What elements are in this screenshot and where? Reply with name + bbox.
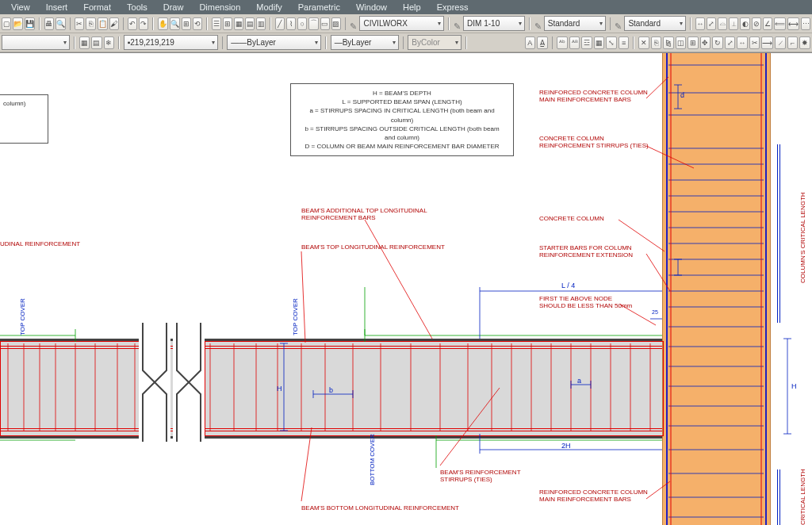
menu-insert[interactable]: Insert (38, 2, 76, 12)
rotate-icon[interactable]: ↻ (712, 36, 723, 49)
menu-tools[interactable]: Tools (119, 2, 155, 12)
spell-icon[interactable]: ᴬᴮ (569, 36, 580, 49)
menu-view[interactable]: View (3, 2, 38, 12)
move-icon[interactable]: ✥ (700, 36, 711, 49)
dim-a: a (577, 377, 581, 385)
label-beam-bot: BEAM'S BOTTOM LONGITUDINAL REINFORCEMENT (301, 505, 459, 512)
copy-icon[interactable]: ⎘ (86, 17, 95, 30)
menu-dimension[interactable]: Dimension (191, 2, 248, 12)
lineweight-combo[interactable]: — ByLayer (331, 35, 399, 50)
pencil-icon-3 (534, 18, 542, 29)
hatch-icon[interactable]: ▨ (331, 17, 341, 30)
plot-icon[interactable]: 🖶 (44, 17, 54, 30)
sheet-icon[interactable]: ▤ (245, 17, 255, 30)
dim-ord-icon[interactable]: ⟂ (729, 17, 738, 30)
scale2-icon[interactable]: ⤢ (725, 36, 736, 49)
paste-icon[interactable]: 📋 (98, 17, 108, 30)
partial-legend: column) (0, 94, 48, 144)
zoomwin-icon[interactable]: ⊞ (182, 17, 191, 30)
dim-rad-icon[interactable]: ◐ (740, 17, 749, 30)
menu-window[interactable]: Window (348, 2, 395, 12)
menu-parametric[interactable]: Parametric (290, 2, 348, 12)
textstyle-combo[interactable]: Standard (544, 16, 606, 31)
mtext-icon[interactable]: A (525, 36, 536, 49)
drawing-canvas[interactable]: column) H = BEAM'S DEPTH L = SUPPORTED B… (0, 53, 812, 525)
pan-icon[interactable]: ✋ (158, 17, 168, 30)
field-icon[interactable]: ☲ (581, 36, 592, 49)
pline-icon[interactable]: ⌇ (286, 17, 296, 30)
cut-icon[interactable]: ✂ (75, 17, 84, 30)
toolbar-row-1: ▢ 📂 💾 🖶 🔍 ✂ ⎘ 📋 🖌 ↶ ↷ ✋ 🔍 ⊞ ⟲ ☰ ⊞ ▦ ▤ ▥ … (0, 14, 812, 33)
new-icon[interactable]: ▢ (2, 17, 11, 30)
rect-icon[interactable]: ▭ (320, 17, 330, 30)
plotstyle-combo[interactable]: ByColor (408, 35, 462, 50)
mirror-icon[interactable]: ⧎ (663, 36, 674, 49)
line-icon[interactable]: ╱ (275, 17, 285, 30)
circle-icon[interactable]: ○ (297, 17, 307, 30)
label-concrete-col: CONCRETE COLUMN (539, 216, 604, 223)
some-combo[interactable] (2, 35, 70, 50)
erase-icon[interactable]: ✕ (638, 36, 649, 49)
toolpal-icon[interactable]: ▦ (234, 17, 243, 30)
dim-col-critical-top (777, 144, 780, 323)
trim-icon[interactable]: ✂ (749, 36, 760, 49)
explode-icon[interactable]: ✸ (799, 36, 810, 49)
menu-express[interactable]: Express (429, 2, 477, 12)
match-icon[interactable]: 🖌 (109, 17, 119, 30)
dtext-icon[interactable]: A̲ (537, 36, 548, 49)
layeriso-icon[interactable]: ▦ (79, 36, 90, 49)
tbl-icon[interactable]: ▦ (594, 36, 605, 49)
dim-ang-icon[interactable]: ∠ (763, 17, 772, 30)
menu-modify[interactable]: Modify (248, 2, 289, 12)
menu-draw[interactable]: Draw (155, 2, 192, 12)
open-icon[interactable]: 📂 (13, 17, 23, 30)
dim-base-icon[interactable]: ⟷ (787, 17, 799, 30)
calc-icon[interactable]: ▥ (256, 17, 266, 30)
label-rc-col-bot: REINFORCED CONCRETE COLUMNMAIN REINFORCE… (539, 489, 648, 504)
copy2-icon[interactable]: ⎘ (651, 36, 662, 49)
zoomprev-icon[interactable]: ⟲ (193, 17, 202, 30)
legend-box: H = BEAM'S DEPTH L = SUPPORTED BEAM SPAN… (290, 83, 514, 156)
arc-icon[interactable]: ⌒ (308, 17, 318, 30)
menu-format[interactable]: Format (75, 2, 119, 12)
dimstyle-combo[interactable]: DIM 1-10 (463, 16, 525, 31)
dim-25: 25 (652, 309, 658, 315)
tablestyle-combo[interactable]: Standard (624, 16, 686, 31)
label-beam-stirrup: BEAM'S REINFORCEMENTSTIRRUPS (TIES) (440, 469, 521, 484)
label-beam-top: BEAM'S TOP LONGITUDINAL REINFORCEMENT (301, 244, 445, 251)
dim-cont-icon[interactable]: ⋯ (801, 17, 810, 30)
label-first-tie: FIRST TIE ABOVE NODESHOULD BE LESS THAN … (539, 296, 632, 310)
break-mark-2 (173, 323, 205, 442)
offset-icon[interactable]: ◫ (676, 36, 687, 49)
color-combo[interactable]: ▪ 219,219,219 (124, 35, 218, 50)
layer-combo[interactable]: CIVILWORX (359, 16, 444, 31)
dim-H: H (277, 385, 282, 393)
just-icon[interactable]: ≡ (619, 36, 630, 49)
save-icon[interactable]: 💾 (25, 17, 35, 30)
find-icon[interactable]: ᴬᵇ (557, 36, 568, 49)
dim-dia-icon[interactable]: ⊘ (752, 17, 761, 30)
dim-arc-icon[interactable]: ⌓ (718, 17, 727, 30)
redo-icon[interactable]: ↷ (139, 17, 148, 30)
stretch-icon[interactable]: ↔ (737, 36, 748, 49)
extend-icon[interactable]: ⟶ (761, 36, 773, 49)
break-icon[interactable]: ⟋ (775, 36, 786, 49)
layeroff-icon[interactable]: ▤ (91, 36, 102, 49)
undo-icon[interactable]: ↶ (128, 17, 137, 30)
designctr-icon[interactable]: ⊞ (223, 17, 232, 30)
label-crit-bot: CRITICAL LENGTH (799, 469, 806, 525)
dim-linear-icon[interactable]: ↔ (695, 17, 705, 30)
layerfreeze-icon[interactable]: ❄ (104, 36, 115, 49)
properties-icon[interactable]: ☰ (212, 17, 221, 30)
array-icon[interactable]: ⊞ (688, 36, 699, 49)
fillet-icon[interactable]: ⌐ (787, 36, 799, 49)
label-starter: STARTER BARS FOR COLUMNREINFORCEMENT EXT… (539, 245, 633, 259)
preview-icon[interactable]: 🔍 (56, 17, 66, 30)
scale-icon[interactable]: ⤡ (606, 36, 617, 49)
zoom-icon[interactable]: 🔍 (170, 17, 180, 30)
dim-aligned-icon[interactable]: ⤢ (707, 17, 716, 30)
dim-H2: H (791, 382, 797, 390)
linetype-combo[interactable]: —— ByLayer (227, 35, 321, 50)
menu-help[interactable]: Help (395, 2, 429, 12)
dim-quick-icon[interactable]: ⟸ (774, 17, 786, 30)
